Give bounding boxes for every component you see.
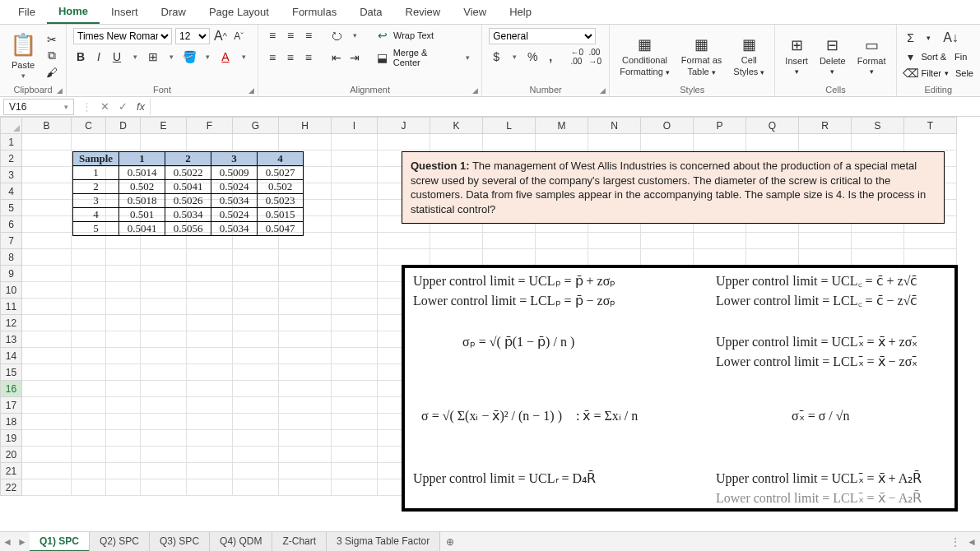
copy-icon[interactable]: ⧉ bbox=[44, 49, 59, 63]
cell[interactable] bbox=[187, 397, 233, 414]
sheet-tab[interactable]: Q1) SPC bbox=[30, 532, 90, 552]
sheet-nav-next-icon[interactable]: ► bbox=[15, 536, 30, 548]
col-header[interactable]: E bbox=[141, 118, 187, 134]
col-header[interactable]: D bbox=[106, 118, 141, 134]
cell[interactable] bbox=[106, 266, 141, 282]
cell[interactable] bbox=[22, 282, 72, 299]
format-cells-button[interactable]: ▭ Format ▾ bbox=[854, 35, 889, 77]
cell[interactable] bbox=[279, 414, 332, 430]
percent-icon[interactable]: % bbox=[525, 49, 540, 64]
cell[interactable] bbox=[332, 479, 378, 496]
cell[interactable] bbox=[141, 447, 187, 463]
cell[interactable] bbox=[141, 430, 187, 447]
cell-styles-button[interactable]: ▦ Cell Styles ▾ bbox=[730, 34, 768, 78]
format-painter-icon[interactable]: 🖌 bbox=[44, 65, 59, 80]
cell[interactable] bbox=[187, 479, 233, 496]
row-header[interactable]: 5 bbox=[1, 200, 22, 216]
orientation-dd-icon[interactable]: ▾ bbox=[347, 28, 362, 43]
cell[interactable] bbox=[378, 249, 430, 266]
cell[interactable] bbox=[72, 331, 106, 348]
cell[interactable] bbox=[279, 479, 332, 496]
cell[interactable] bbox=[22, 348, 72, 364]
merge-dd-icon[interactable]: ▾ bbox=[460, 50, 475, 65]
border-dd-icon[interactable]: ▾ bbox=[164, 49, 179, 64]
col-header[interactable]: J bbox=[378, 118, 430, 134]
cell[interactable] bbox=[22, 266, 72, 282]
cell[interactable] bbox=[187, 364, 233, 381]
cut-icon[interactable]: ✂ bbox=[44, 32, 59, 47]
align-top-icon[interactable]: ≡ bbox=[265, 28, 280, 43]
cell[interactable] bbox=[233, 348, 279, 364]
cell[interactable] bbox=[72, 299, 106, 315]
cell[interactable] bbox=[106, 430, 141, 447]
col-header[interactable]: B bbox=[22, 118, 72, 134]
autosum-icon[interactable]: Σ bbox=[903, 30, 918, 45]
grid[interactable]: BCDEFGHIJKLMNOPQRST123456789101112131415… bbox=[0, 117, 980, 531]
row-header[interactable]: 16 bbox=[1, 381, 22, 397]
fontcolor-dd-icon[interactable]: ▾ bbox=[236, 49, 251, 64]
tab-home[interactable]: Home bbox=[47, 0, 100, 24]
cell[interactable] bbox=[233, 463, 279, 479]
cell[interactable] bbox=[233, 134, 279, 150]
tab-insert[interactable]: Insert bbox=[100, 1, 150, 23]
cell[interactable] bbox=[378, 233, 430, 249]
cell[interactable] bbox=[378, 134, 430, 150]
cell[interactable] bbox=[332, 299, 378, 315]
indent-dec-icon[interactable]: ⇤ bbox=[329, 50, 344, 65]
cell[interactable] bbox=[22, 315, 72, 331]
cell[interactable] bbox=[332, 282, 378, 299]
cell[interactable] bbox=[72, 479, 106, 496]
cell[interactable] bbox=[332, 266, 378, 282]
scroll-left-icon[interactable]: ◄ bbox=[964, 536, 980, 548]
align-left-icon[interactable]: ≡ bbox=[265, 50, 280, 65]
cell[interactable] bbox=[187, 348, 233, 364]
row-header[interactable]: 20 bbox=[1, 447, 22, 463]
col-header[interactable]: S bbox=[852, 118, 904, 134]
enter-icon[interactable]: ✓ bbox=[114, 100, 132, 113]
cell[interactable] bbox=[746, 233, 799, 249]
row-header[interactable]: 8 bbox=[1, 249, 22, 266]
cell[interactable] bbox=[746, 249, 799, 266]
cell[interactable] bbox=[22, 134, 72, 150]
cell[interactable] bbox=[332, 233, 378, 249]
cell[interactable] bbox=[430, 249, 483, 266]
cell[interactable] bbox=[72, 364, 106, 381]
cell[interactable] bbox=[22, 299, 72, 315]
cell[interactable] bbox=[279, 282, 332, 299]
cell[interactable] bbox=[332, 430, 378, 447]
underline-button[interactable]: U bbox=[109, 49, 124, 64]
cell[interactable] bbox=[141, 266, 187, 282]
cell[interactable] bbox=[22, 463, 72, 479]
currency-dd-icon[interactable]: ▾ bbox=[507, 49, 522, 64]
sheet-tab[interactable]: Q3) SPC bbox=[150, 532, 210, 552]
cell[interactable] bbox=[141, 134, 187, 150]
cell[interactable] bbox=[641, 134, 694, 150]
orientation-icon[interactable]: ⭮ bbox=[329, 28, 344, 43]
row-header[interactable]: 17 bbox=[1, 397, 22, 414]
cell[interactable] bbox=[141, 315, 187, 331]
col-header[interactable]: F bbox=[187, 118, 233, 134]
cell[interactable] bbox=[22, 381, 72, 397]
cell[interactable] bbox=[72, 447, 106, 463]
cell[interactable] bbox=[72, 348, 106, 364]
cell[interactable] bbox=[536, 249, 588, 266]
cell[interactable] bbox=[694, 134, 746, 150]
merge-icon[interactable]: ⬓ bbox=[375, 50, 390, 65]
cell[interactable] bbox=[279, 397, 332, 414]
cell[interactable] bbox=[332, 150, 378, 167]
cell[interactable] bbox=[187, 315, 233, 331]
cell[interactable] bbox=[332, 364, 378, 381]
formula-input[interactable] bbox=[150, 99, 980, 115]
grow-font-icon[interactable]: A^ bbox=[213, 29, 228, 44]
cell[interactable] bbox=[22, 479, 72, 496]
row-header[interactable]: 15 bbox=[1, 364, 22, 381]
conditional-formatting-button[interactable]: ▦ Conditional Formatting ▾ bbox=[616, 34, 673, 78]
cell[interactable] bbox=[187, 331, 233, 348]
cell[interactable] bbox=[332, 134, 378, 150]
col-header[interactable]: K bbox=[430, 118, 483, 134]
cell[interactable] bbox=[141, 249, 187, 266]
cell[interactable] bbox=[106, 315, 141, 331]
cell[interactable] bbox=[106, 479, 141, 496]
cell[interactable] bbox=[72, 315, 106, 331]
cell[interactable] bbox=[483, 249, 536, 266]
